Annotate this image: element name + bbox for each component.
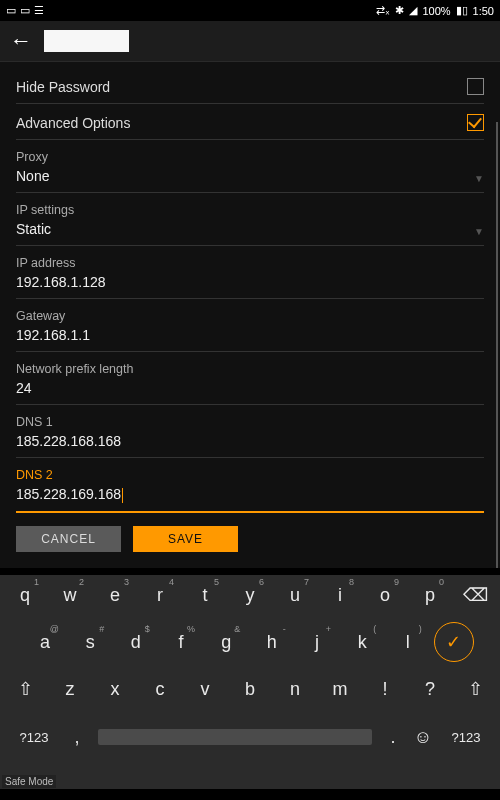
- wifi-icon: ◢: [409, 4, 417, 17]
- chevron-down-icon: ▼: [474, 173, 484, 184]
- key-s[interactable]: s#: [71, 622, 109, 662]
- key-e[interactable]: e3: [96, 575, 134, 615]
- nav-bar: [0, 789, 500, 800]
- clock: 1:50: [473, 5, 494, 17]
- save-button[interactable]: SAVE: [133, 526, 238, 552]
- net-icon: ⇄ₓ: [376, 4, 390, 17]
- key-?[interactable]: ?: [411, 669, 449, 709]
- proxy-label: Proxy: [16, 150, 484, 166]
- key-f[interactable]: f%: [162, 622, 200, 662]
- key-y[interactable]: y6: [231, 575, 269, 615]
- dns1-row[interactable]: DNS 1 185.228.168.168: [16, 405, 484, 458]
- hide-password-row[interactable]: Hide Password: [16, 62, 484, 104]
- key-r[interactable]: r4: [141, 575, 179, 615]
- prefix-row[interactable]: Network prefix length 24: [16, 352, 484, 405]
- key-v[interactable]: v: [186, 669, 224, 709]
- key-shift[interactable]: ⇧: [456, 669, 494, 709]
- safe-mode-badge: Safe Mode: [2, 775, 56, 788]
- key-n[interactable]: n: [276, 669, 314, 709]
- bluetooth-icon: ✱: [395, 4, 404, 17]
- key-t[interactable]: t5: [186, 575, 224, 615]
- advanced-options-row[interactable]: Advanced Options: [16, 104, 484, 140]
- advanced-options-checkbox[interactable]: [467, 114, 484, 131]
- key-h[interactable]: h-: [253, 622, 291, 662]
- key-l[interactable]: l): [389, 622, 427, 662]
- key-p[interactable]: p0: [411, 575, 449, 615]
- key-g[interactable]: g&: [207, 622, 245, 662]
- key-period[interactable]: .: [378, 717, 408, 757]
- chevron-down-icon: ▼: [474, 226, 484, 237]
- key-k[interactable]: k(: [343, 622, 381, 662]
- advanced-options-label: Advanced Options: [16, 115, 130, 131]
- prefix-label: Network prefix length: [16, 362, 484, 378]
- gateway-value[interactable]: 192.168.1.1: [16, 325, 484, 343]
- notif-icon: ▭: [20, 4, 30, 17]
- key-backspace[interactable]: ⌫: [456, 575, 494, 615]
- key-symbols[interactable]: ?123: [438, 717, 494, 757]
- key-shift[interactable]: ⇧: [6, 669, 44, 709]
- key-![interactable]: !: [366, 669, 404, 709]
- key-comma[interactable]: ,: [62, 717, 92, 757]
- battery-icon: ▮▯: [456, 4, 468, 17]
- app-bar: ←: [0, 21, 500, 61]
- ip-address-label: IP address: [16, 256, 484, 272]
- key-j[interactable]: j+: [298, 622, 336, 662]
- key-m[interactable]: m: [321, 669, 359, 709]
- status-bar: ▭ ▭ ☰ ⇄ₓ ✱ ◢ 100% ▮▯ 1:50: [0, 0, 500, 21]
- ssid-field[interactable]: [44, 30, 129, 52]
- hide-password-checkbox[interactable]: [467, 78, 484, 95]
- ip-address-row[interactable]: IP address 192.168.1.128: [16, 246, 484, 299]
- soft-keyboard: q1w2e3r4t5y6u7i8o9p0⌫ a@s#d$f%g&h-j+k(l)…: [0, 575, 500, 789]
- wifi-settings-form: Hide Password Advanced Options Proxy Non…: [0, 61, 500, 568]
- proxy-row[interactable]: Proxy None▼: [16, 140, 484, 193]
- dns1-value[interactable]: 185.228.168.168: [16, 431, 484, 449]
- gateway-label: Gateway: [16, 309, 484, 325]
- dns2-row[interactable]: DNS 2 185.228.169.168: [16, 458, 484, 513]
- proxy-value: None: [16, 166, 49, 184]
- hide-password-label: Hide Password: [16, 79, 110, 95]
- key-x[interactable]: x: [96, 669, 134, 709]
- dns1-label: DNS 1: [16, 415, 484, 431]
- dns2-label: DNS 2: [16, 468, 484, 484]
- key-b[interactable]: b: [231, 669, 269, 709]
- ip-address-value[interactable]: 192.168.1.128: [16, 272, 484, 290]
- ip-settings-label: IP settings: [16, 203, 484, 219]
- key-i[interactable]: i8: [321, 575, 359, 615]
- prefix-value[interactable]: 24: [16, 378, 484, 396]
- key-a[interactable]: a@: [26, 622, 64, 662]
- ip-settings-row[interactable]: IP settings Static▼: [16, 193, 484, 246]
- key-w[interactable]: w2: [51, 575, 89, 615]
- dns2-value[interactable]: 185.228.169.168: [16, 484, 484, 503]
- key-o[interactable]: o9: [366, 575, 404, 615]
- key-symbols[interactable]: ?123: [6, 717, 62, 757]
- ip-settings-value: Static: [16, 219, 51, 237]
- battery-text: 100%: [422, 5, 450, 17]
- key-space[interactable]: [98, 729, 372, 745]
- back-icon[interactable]: ←: [10, 28, 32, 54]
- key-enter[interactable]: ✓: [434, 622, 474, 662]
- notif-icon: ▭: [6, 4, 16, 17]
- cancel-button[interactable]: CANCEL: [16, 526, 121, 552]
- key-z[interactable]: z: [51, 669, 89, 709]
- key-d[interactable]: d$: [117, 622, 155, 662]
- key-q[interactable]: q1: [6, 575, 44, 615]
- notif-icon: ☰: [34, 4, 44, 17]
- gateway-row[interactable]: Gateway 192.168.1.1: [16, 299, 484, 352]
- key-u[interactable]: u7: [276, 575, 314, 615]
- button-row: CANCEL SAVE: [16, 512, 484, 566]
- key-c[interactable]: c: [141, 669, 179, 709]
- text-cursor: [122, 488, 123, 503]
- key-emoji[interactable]: ☺: [408, 717, 438, 757]
